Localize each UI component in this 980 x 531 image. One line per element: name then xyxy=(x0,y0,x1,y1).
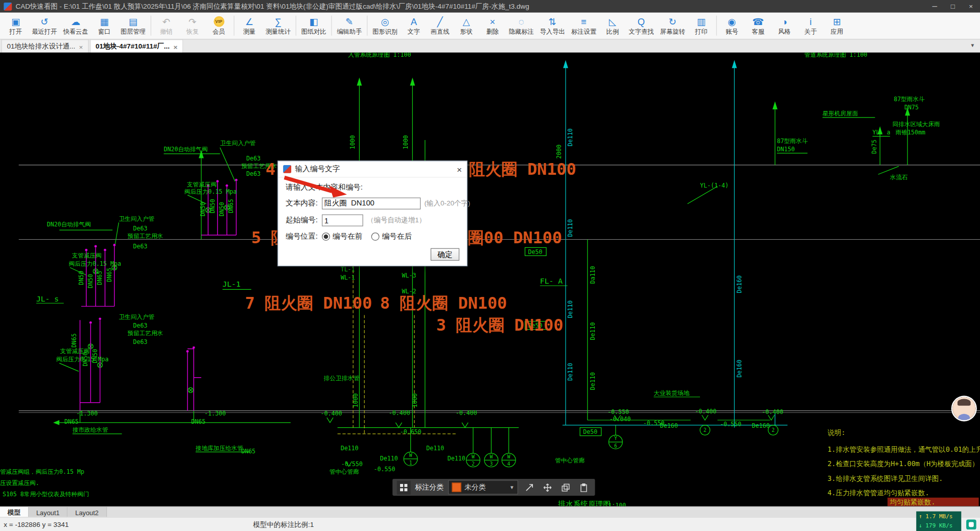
ok-button[interactable]: 确定 xyxy=(431,248,459,261)
vip-icon: VIP xyxy=(214,16,224,27)
status-corner-icon[interactable] xyxy=(966,519,976,529)
radio-front-label: 编号在前 xyxy=(333,232,363,242)
sheet-tab-Layout2[interactable]: Layout2 xyxy=(68,507,107,518)
cad-label: De160 xyxy=(660,422,678,429)
toolbar-recent-open-button[interactable]: ↺最近打开 xyxy=(29,12,60,38)
share-annotation-icon[interactable] xyxy=(523,480,536,494)
toolbar-import-export-button[interactable]: ⇅导入导出 xyxy=(537,12,568,38)
cad-symbol-text: 4 xyxy=(507,461,510,467)
annotation-toolbar: 标注分类 未分类 ▼ xyxy=(392,479,595,496)
toolbar-hide-annotation-button[interactable]: ◌隐藏标注 xyxy=(506,12,537,38)
annotation-scale-text: 模型中的标注比例:1 xyxy=(253,520,314,529)
toolbar-vip-button[interactable]: VIP会员 xyxy=(205,12,231,38)
toolbar-open-button[interactable]: ▣打开 xyxy=(3,12,29,38)
toolbar-label: 删除 xyxy=(486,27,499,36)
cad-label: DN65 xyxy=(106,268,113,282)
tab-close-icon[interactable]: × xyxy=(79,43,83,51)
close-icon[interactable]: × xyxy=(962,0,980,12)
toolbar-text-button[interactable]: A文字 xyxy=(401,12,427,38)
toolbar-screen-rotate-button[interactable]: ↻屏幕旋转 xyxy=(657,12,688,38)
toolbar-print-button[interactable]: ▥打印 xyxy=(688,12,714,38)
sheet-tab-Layout1[interactable]: Layout1 xyxy=(29,507,67,518)
cad-label: De160 xyxy=(752,422,770,429)
radio-number-front[interactable]: 编号在前 xyxy=(322,232,363,242)
text-content-input[interactable] xyxy=(322,198,421,210)
cad-label: De110 xyxy=(589,372,596,390)
assistant-avatar[interactable] xyxy=(952,397,975,420)
toolbar-draw-line-button[interactable]: ╱画直线 xyxy=(427,12,453,38)
status-bar: x = -182886 y = 3341 模型中的标注比例:1 ↑ 1.7 MB… xyxy=(0,517,980,531)
toolbar-scale-button[interactable]: ◺比例 xyxy=(599,12,625,38)
toolbar-label: 应用 xyxy=(831,27,843,36)
toolbar-apps-button[interactable]: ⊞应用 xyxy=(824,12,850,38)
toolbar-redo-button[interactable]: ↷恢复 xyxy=(179,12,205,38)
sheet-tab-模型[interactable]: 模型 xyxy=(0,507,29,518)
category-dropdown[interactable]: 未分类 ▼ xyxy=(448,480,518,494)
toolbar-style-button[interactable]: ◑风格 xyxy=(771,12,797,38)
cad-label: De110 xyxy=(567,363,574,381)
toolbar-delete-button[interactable]: ×删除 xyxy=(479,12,505,38)
toolbar-layer-manager-button[interactable]: ▤图层管理 xyxy=(118,12,149,38)
category-grid-icon[interactable] xyxy=(397,480,411,494)
toolbar-measure-button[interactable]: ∠测量 xyxy=(236,12,262,38)
toolbar-measure-stats-button[interactable]: ∑测量统计 xyxy=(263,12,294,38)
toolbar-window-button[interactable]: ▦窗口 xyxy=(91,12,118,38)
cad-label: WL-3 xyxy=(402,272,416,279)
move-annotation-icon[interactable] xyxy=(541,480,554,494)
toolbar-support-button[interactable]: ☎客服 xyxy=(745,12,771,38)
cad-label: 大业装货场地 xyxy=(654,389,689,397)
toolbar: ▣打开↺最近打开☁快看云盘▦窗口▤图层管理↶撤销↷恢复VIP会员∠测量∑测量统计… xyxy=(0,12,980,39)
document-tab[interactable]: 01地块给排水设计通...× xyxy=(1,39,88,53)
cad-label: JL-1 xyxy=(222,280,240,288)
cad-symbol-text: 2 xyxy=(472,461,475,467)
toolbar-drawing-compare-button[interactable]: ◧图纸对比 xyxy=(298,12,329,38)
tab-label: 01地块-4#7#10#11#厂... xyxy=(96,42,170,51)
cad-label: 卫生间入户管 xyxy=(119,215,154,222)
cad-label: De63 xyxy=(133,243,148,250)
tab-list-caret-icon[interactable]: ▼ xyxy=(970,42,975,48)
window-controls: ─ □ × xyxy=(926,0,980,12)
maximize-icon[interactable]: □ xyxy=(944,0,962,12)
cad-canvas-svg[interactable]: DN20自动排气阀卫生间入户管De63预留工艺用水De63支管减压阀阀后压力0.… xyxy=(0,53,980,506)
cad-label: -0.650 xyxy=(400,428,422,435)
toolbar-label: 画直线 xyxy=(431,27,450,36)
cad-symbol: W1 xyxy=(404,452,417,466)
toolbar-about-button[interactable]: i关于 xyxy=(798,12,824,38)
cad-label: 3.给排水支管系统图详见卫生间详图. xyxy=(828,475,943,482)
copy-annotation-icon[interactable] xyxy=(559,480,573,494)
toolbar-edit-assistant-button[interactable]: ✎编辑助手 xyxy=(334,12,365,38)
cad-label: 管中心管廊 xyxy=(555,457,585,464)
cad-label: 星形机房屋面 xyxy=(823,110,858,117)
style-icon: ◑ xyxy=(782,16,787,27)
toolbar-label: 屏幕旋转 xyxy=(660,27,685,36)
cad-label: 排水系统原理图 xyxy=(557,499,611,506)
cad-label: De160 xyxy=(736,360,743,378)
radio-back-label: 编号在后 xyxy=(382,232,412,242)
text-content-label: 文本内容: xyxy=(286,198,322,209)
toolbar-undo-button[interactable]: ↶撤销 xyxy=(153,12,179,38)
cad-label: 入管系统原理图 1:100 xyxy=(348,53,411,59)
cad-label: De63 xyxy=(133,338,148,345)
drawing-canvas[interactable]: DN20自动排气阀卫生间入户管De63预留工艺用水De63支管减压阀阀后压力0.… xyxy=(0,53,980,506)
cad-label: -0.550 xyxy=(720,421,741,428)
start-number-input[interactable] xyxy=(322,215,363,226)
toolbar-account-button[interactable]: ◉账号 xyxy=(719,12,745,38)
toolbar-text-search-button[interactable]: Q文字查找 xyxy=(625,12,657,38)
toolbar-shape-recognition-button[interactable]: ◎图形识别 xyxy=(369,12,401,38)
tab-close-icon[interactable]: × xyxy=(173,43,177,51)
toolbar-shapes-button[interactable]: △形状 xyxy=(453,12,479,38)
toolbar-separator xyxy=(151,16,151,36)
toolbar-annotation-settings-button[interactable]: ≡标注设置 xyxy=(568,12,599,38)
cad-label: 7 阻火圈 DN100 xyxy=(245,293,372,312)
cad-label: DN65 xyxy=(227,199,235,213)
dialog-close-icon[interactable]: × xyxy=(457,165,462,173)
title-bar: CAD快速看图 - E:\01 工作盘\01 散人预算\2025年\11月\06… xyxy=(0,0,980,12)
document-tab[interactable]: 01地块-4#7#10#11#厂...× xyxy=(90,39,183,53)
dialog-titlebar[interactable]: 输入编号文字 × xyxy=(278,161,466,178)
toolbar-cloud-drive-button[interactable]: ☁快看云盘 xyxy=(60,12,91,38)
toolbar-label: 客服 xyxy=(752,27,764,36)
toolbar-label: 关于 xyxy=(804,27,816,36)
minimize-icon[interactable]: ─ xyxy=(926,0,944,12)
paste-annotation-icon[interactable] xyxy=(577,480,591,494)
radio-number-back[interactable]: 编号在后 xyxy=(371,232,412,242)
